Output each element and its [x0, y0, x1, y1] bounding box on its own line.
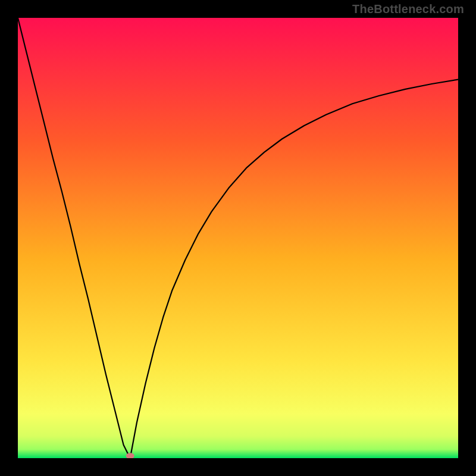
- gradient-background: [18, 18, 458, 458]
- bottleneck-chart: [18, 18, 458, 458]
- chart-frame: TheBottleneck.com: [0, 0, 476, 476]
- watermark-text: TheBottleneck.com: [352, 2, 464, 16]
